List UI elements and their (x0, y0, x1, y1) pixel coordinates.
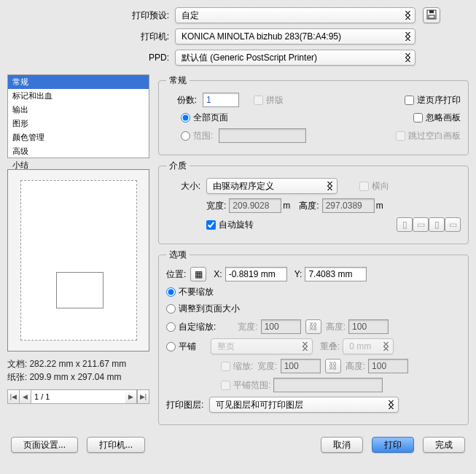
tile-range-checkbox: 平铺范围: (221, 379, 270, 392)
tile-scale-checkbox: 缩放: (221, 360, 253, 373)
overlap-input: 0 mm (343, 338, 394, 354)
link-icon: ⛓ (309, 322, 318, 332)
svg-rect-2 (429, 15, 434, 18)
pager-field[interactable]: 1 / 1 (31, 390, 125, 403)
x-input[interactable] (225, 267, 287, 281)
portrait-down-icon: ▯ (434, 219, 440, 230)
grid-icon: ▦ (195, 269, 203, 279)
orient-portrait-button: ▯ (397, 217, 413, 232)
panel-item-marks[interactable]: 标记和出血 (8, 89, 149, 103)
tile-range-input (273, 378, 383, 392)
ts-width-label: 宽度: (257, 360, 277, 373)
preset-value: 自定 (182, 9, 199, 22)
tile-mode-select: 整页 (211, 338, 313, 354)
printer-select[interactable]: KONICA MINOLTA bizhub 283(7B:A4:95) (175, 28, 415, 44)
copies-input[interactable] (203, 93, 239, 107)
copies-label: 份数: (166, 94, 203, 106)
orient-landscape-button: ▭ (413, 217, 429, 232)
preview-page (20, 180, 137, 341)
orient-landscape2-button: ▭ (445, 217, 461, 232)
media-group: 介质 大小: 由驱动程序定义 横向 宽度: m 高度: m (158, 160, 469, 244)
range-input (219, 128, 306, 143)
placement-grid-button[interactable]: ▦ (190, 267, 206, 281)
ppd-value: 默认值 (Generic PostScript Printer) (182, 52, 317, 64)
done-button[interactable]: 完成 (423, 437, 465, 453)
paper-dim-value: 209.9 mm x 297.04 mm (29, 372, 121, 382)
media-width-label: 宽度: (206, 200, 226, 212)
pager-first-button[interactable]: |◀ (8, 390, 20, 403)
landscape-left-icon: ▭ (449, 219, 457, 230)
x-label: X: (214, 269, 222, 279)
preset-select[interactable]: 自定 (175, 7, 415, 23)
floppy-icon (426, 9, 437, 22)
ignore-artboards-checkbox[interactable]: 忽略画板 (413, 112, 461, 124)
pager-prev-button[interactable]: ◀ (20, 390, 31, 403)
range-radio[interactable]: 范围: (181, 130, 213, 142)
pager-next-button[interactable]: ▶ (125, 390, 137, 403)
media-height-label: 高度: (299, 200, 319, 212)
cs-height-input (348, 319, 389, 334)
y-input[interactable] (305, 267, 367, 281)
no-scale-radio[interactable]: 不要缩放 (166, 286, 214, 298)
ts-height-input (368, 359, 408, 373)
print-layers-label: 打印图层: (166, 399, 203, 411)
panel-item-output[interactable]: 输出 (8, 103, 149, 117)
panel-item-general[interactable]: 常规 (8, 75, 149, 89)
printer-button[interactable]: 打印机... (87, 437, 145, 453)
size-select[interactable]: 由驱动程序定义 (206, 178, 338, 194)
ts-width-input (281, 359, 321, 373)
skip-blank-checkbox: 跳过空白画板 (396, 130, 461, 142)
cs-link-button: ⛓ (305, 319, 321, 334)
preset-label: 打印预设: (7, 9, 175, 22)
cs-height-label: 高度: (326, 321, 346, 333)
save-preset-button[interactable] (423, 7, 440, 23)
cs-width-input (261, 319, 301, 334)
print-button[interactable]: 打印 (372, 437, 414, 453)
preview-area (7, 169, 149, 351)
doc-dim-label: 文档: (7, 359, 27, 369)
panel-list[interactable]: 常规 标记和出血 输出 图形 颜色管理 高级 小结 (7, 74, 149, 158)
pager-last-button[interactable]: ▶| (137, 390, 149, 403)
print-layers-select[interactable]: 可见图层和可打印图层 (209, 397, 399, 413)
size-label: 大小: (166, 180, 206, 193)
ts-link-button: ⛓ (325, 359, 341, 373)
cancel-button[interactable]: 取消 (321, 437, 363, 453)
printer-label: 打印机: (7, 31, 175, 43)
media-width-input (229, 198, 281, 213)
custom-scale-radio[interactable]: 自定缩放: (166, 321, 216, 333)
all-pages-radio[interactable]: 全部页面 (181, 112, 228, 124)
panel-item-graphics[interactable]: 图形 (8, 117, 149, 131)
general-group: 常规 份数: 拼版 逆页序打印 全部页面 忽略画板 范围: (158, 74, 469, 155)
y-label: Y: (294, 269, 303, 279)
placement-label: 位置: (166, 268, 186, 281)
cs-width-label: 宽度: (238, 321, 257, 333)
options-group: 选项 位置: ▦ X: Y: 不要缩放 调整到页面大小 自定缩放: 宽度: (158, 249, 469, 425)
landscape-checkbox: 横向 (359, 180, 389, 193)
orient-portrait2-button: ▯ (429, 217, 445, 232)
fit-page-radio[interactable]: 调整到页面大小 (166, 303, 240, 315)
media-height-unit: m (376, 201, 383, 211)
auto-rotate-checkbox[interactable]: 自动旋转 (206, 219, 254, 231)
general-legend: 常规 (166, 74, 190, 87)
reverse-checkbox[interactable]: 逆页序打印 (405, 94, 461, 106)
link-icon: ⛓ (329, 361, 338, 371)
pager: |◀ ◀ 1 / 1 ▶ ▶| (7, 389, 149, 404)
panel-item-advanced[interactable]: 高级 (8, 144, 149, 158)
panel-item-color[interactable]: 颜色管理 (8, 131, 149, 144)
tile-radio[interactable]: 平铺 (166, 341, 196, 353)
options-legend: 选项 (166, 249, 190, 261)
ts-height-label: 高度: (346, 360, 365, 373)
page-setup-button[interactable]: 页面设置... (11, 437, 78, 453)
collate-checkbox: 拼版 (254, 94, 284, 106)
media-legend: 介质 (166, 160, 190, 172)
portrait-up-icon: ▯ (402, 219, 407, 230)
landscape-right-icon: ▭ (417, 219, 425, 230)
svg-rect-1 (429, 10, 434, 13)
overlap-label: 重叠: (320, 341, 340, 353)
ppd-select[interactable]: 默认值 (Generic PostScript Printer) (175, 50, 415, 66)
preview-artwork (56, 272, 104, 308)
media-width-unit: m (283, 201, 290, 211)
doc-dim-value: 282.22 mm x 211.67 mm (29, 359, 126, 369)
ppd-label: PPD: (7, 53, 175, 63)
paper-dim-label: 纸张: (7, 372, 27, 382)
